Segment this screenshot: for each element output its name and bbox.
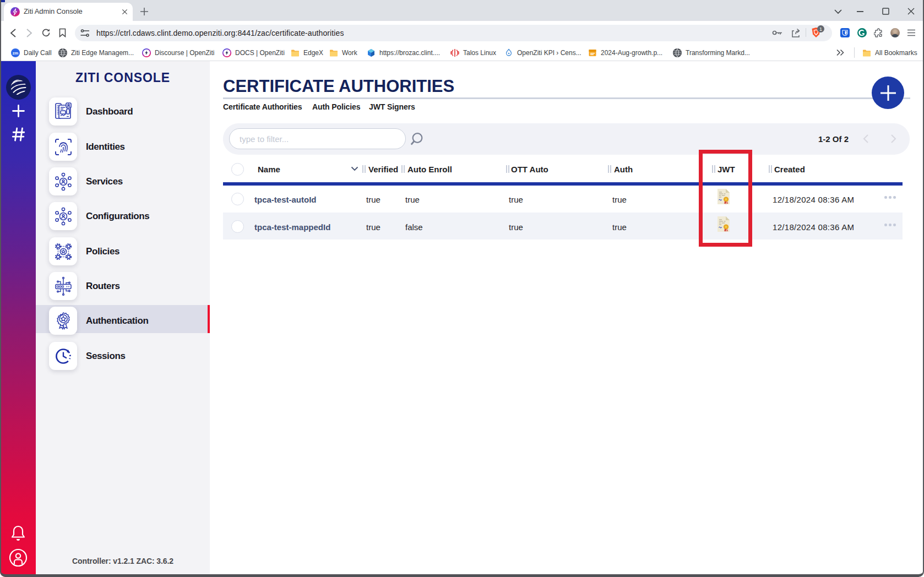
svg-text:zm: zm xyxy=(13,51,19,56)
